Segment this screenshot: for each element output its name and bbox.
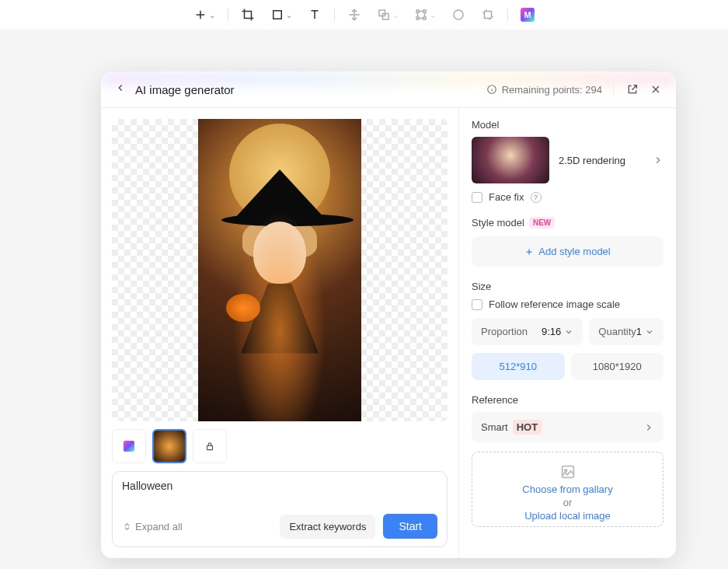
proportion-value: 9:16 xyxy=(542,326,561,337)
start-button[interactable]: Start xyxy=(383,514,437,539)
separator xyxy=(334,9,335,21)
model-name: 2.5D rendering xyxy=(559,155,643,166)
ai-logo[interactable]: M xyxy=(517,5,538,25)
info-icon xyxy=(486,84,497,95)
left-column: Halloween Expand all Extract keywords St… xyxy=(101,108,458,558)
svg-rect-4 xyxy=(423,10,426,12)
smart-label: Smart xyxy=(481,421,508,433)
facefix-checkbox[interactable] xyxy=(472,192,482,203)
nodes-tool[interactable]: ⌄ xyxy=(411,5,439,25)
thumb-new[interactable] xyxy=(112,429,146,463)
style-section-label: Style model xyxy=(472,217,524,229)
combine-tool[interactable]: ⌄ xyxy=(374,5,402,25)
quantity-value: 1 xyxy=(636,326,642,337)
main-toolbar: ⌄ ⌄ ⌄ ⌄ M xyxy=(0,0,728,30)
text-tool[interactable] xyxy=(305,5,325,25)
lock-icon xyxy=(204,441,215,452)
prompt-box: Halloween Expand all Extract keywords St… xyxy=(112,471,448,547)
upload-area[interactable]: Choose from gallary or Upload local imag… xyxy=(472,452,664,527)
chevron-down-icon xyxy=(645,327,654,337)
close-icon[interactable] xyxy=(650,83,662,96)
follow-scale-label: Follow reference image scale xyxy=(489,298,620,310)
thumbnail-row xyxy=(112,429,448,463)
upload-local-link[interactable]: Upload local image xyxy=(480,510,655,522)
plus-icon xyxy=(524,247,534,257)
size-option-1[interactable]: 512*910 xyxy=(472,353,565,380)
follow-scale-row: Follow reference image scale xyxy=(472,298,664,310)
circle-tool[interactable] xyxy=(448,5,468,25)
proportion-select[interactable]: Proportion 9:16 xyxy=(472,318,583,345)
size-option-2[interactable]: 1080*1920 xyxy=(571,353,664,380)
popout-icon[interactable] xyxy=(626,83,639,96)
svg-point-12 xyxy=(564,470,566,472)
ai-generator-panel: AI image generator Remaining points: 294 xyxy=(101,72,676,558)
separator xyxy=(613,82,614,96)
panel-header: AI image generator Remaining points: 294 xyxy=(101,72,676,108)
chevron-down-icon: ⌄ xyxy=(430,11,436,19)
model-thumbnail xyxy=(472,137,549,183)
add-tool[interactable]: ⌄ xyxy=(190,5,218,25)
svg-rect-0 xyxy=(273,11,282,19)
chevron-right-icon xyxy=(643,422,654,433)
image-icon xyxy=(559,463,576,480)
expand-icon xyxy=(122,522,132,532)
remaining-points: Remaining points: 294 xyxy=(486,84,602,96)
shape-tool[interactable]: ⌄ xyxy=(267,5,295,25)
panel-body: Halloween Expand all Extract keywords St… xyxy=(101,108,676,558)
chevron-down-icon xyxy=(564,327,573,337)
svg-point-7 xyxy=(454,10,463,19)
crop-tool[interactable] xyxy=(238,5,258,25)
model-section-label: Model xyxy=(472,119,664,131)
thumb-lock[interactable] xyxy=(193,429,227,463)
right-column: Model 2.5D rendering Face fix ? Style mo… xyxy=(458,108,676,558)
image-preview[interactable] xyxy=(112,119,448,421)
or-text: or xyxy=(480,497,655,508)
facefix-row: Face fix ? xyxy=(472,191,664,203)
choose-gallery-link[interactable]: Choose from gallary xyxy=(480,483,655,495)
chevron-down-icon: ⌄ xyxy=(286,11,292,19)
chevron-right-icon xyxy=(653,155,664,166)
separator xyxy=(507,9,508,21)
facefix-label: Face fix xyxy=(489,191,524,203)
chevron-down-icon: ⌄ xyxy=(209,11,215,19)
thumb-selected[interactable] xyxy=(152,429,186,463)
reference-section-label: Reference xyxy=(472,394,664,406)
crop2-tool[interactable] xyxy=(478,5,498,25)
quantity-label: Quantity xyxy=(598,326,636,337)
add-style-button[interactable]: Add style model xyxy=(472,236,664,267)
back-button[interactable] xyxy=(115,82,126,96)
remaining-text: Remaining points: 294 xyxy=(502,84,602,96)
svg-rect-5 xyxy=(416,17,419,19)
move-tool[interactable] xyxy=(344,5,364,25)
reference-smart-row[interactable]: Smart HOT xyxy=(472,412,664,442)
expand-all-button[interactable]: Expand all xyxy=(122,521,183,532)
separator xyxy=(228,9,228,21)
svg-rect-10 xyxy=(207,445,213,449)
svg-rect-3 xyxy=(416,10,419,12)
expand-label: Expand all xyxy=(135,521,183,532)
extract-keywords-button[interactable]: Extract keywords xyxy=(280,515,375,539)
add-style-label: Add style model xyxy=(538,246,611,257)
chevron-down-icon: ⌄ xyxy=(392,11,399,19)
ai-icon xyxy=(124,441,134,452)
hot-badge: HOT xyxy=(513,420,542,435)
panel-title: AI image generator xyxy=(135,83,235,96)
model-selector[interactable]: 2.5D rendering xyxy=(472,137,664,183)
new-badge: NEW xyxy=(529,217,555,229)
prompt-input[interactable]: Halloween xyxy=(122,480,437,492)
proportion-label: Proportion xyxy=(481,326,528,337)
thumb-image xyxy=(154,431,185,462)
svg-rect-8 xyxy=(485,12,492,19)
quantity-select[interactable]: Quantity 1 xyxy=(589,318,664,345)
svg-rect-6 xyxy=(423,17,426,19)
help-icon[interactable]: ? xyxy=(531,192,542,203)
follow-scale-checkbox[interactable] xyxy=(472,299,482,310)
size-section-label: Size xyxy=(472,281,664,292)
generated-image xyxy=(198,119,361,421)
